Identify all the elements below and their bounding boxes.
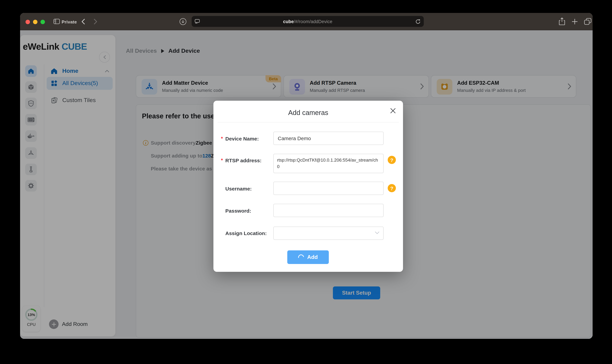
page-content: eWeLinkCUBE: [20, 30, 593, 339]
modal-title: Add cameras: [213, 109, 403, 117]
reload-icon[interactable]: [415, 19, 421, 25]
username-help-icon[interactable]: ?: [388, 184, 396, 192]
sidebar-toggle-icon[interactable]: [53, 19, 60, 24]
chevron-down-icon: [375, 231, 380, 234]
required-marker: *: [221, 157, 223, 163]
device-name-label: Device Name:: [225, 136, 259, 142]
modal-divider: [217, 122, 399, 122]
rtsp-address-field[interactable]: rtsp://rtsp:QcDntTKf@10.0.1.206:554/av_s…: [273, 154, 384, 173]
forward-button[interactable]: [93, 19, 97, 25]
tab-overview-icon[interactable]: [584, 18, 592, 25]
private-mode-label: Private: [62, 19, 77, 25]
url-host: cube: [283, 19, 294, 24]
back-button[interactable]: [81, 19, 85, 25]
close-icon[interactable]: [389, 107, 396, 114]
username-field[interactable]: [273, 182, 384, 195]
assign-location-label: Assign Location:: [225, 230, 267, 236]
close-window-button[interactable]: [26, 20, 30, 24]
url-path: /#/room/addDevice: [294, 19, 332, 24]
required-marker: *: [221, 135, 223, 141]
rtsp-help-icon[interactable]: ?: [388, 156, 396, 164]
url-bar[interactable]: cube/#/room/addDevice: [192, 16, 424, 27]
zoom-window-button[interactable]: [40, 20, 45, 24]
device-name-field[interactable]: [273, 132, 384, 145]
add-cameras-modal: Add cameras * Device Name: * RTSP addres…: [213, 101, 403, 272]
rtsp-address-label: RTSP address:: [225, 157, 262, 163]
password-field[interactable]: [273, 204, 384, 217]
new-tab-icon[interactable]: [572, 18, 578, 25]
screen: Private cube/#/room/addDevice: [0, 0, 612, 364]
share-icon[interactable]: [559, 17, 565, 26]
add-button-label: Add: [307, 254, 318, 260]
url-text: cube/#/room/addDevice: [192, 16, 424, 27]
password-label: Password:: [225, 208, 251, 214]
minimize-window-button[interactable]: [33, 20, 38, 24]
browser-toolbar: Private cube/#/room/addDevice: [20, 13, 593, 30]
loading-spinner-icon: [297, 253, 305, 261]
add-button[interactable]: Add: [287, 250, 329, 264]
downloads-icon[interactable]: [179, 18, 186, 25]
username-label: Username:: [225, 186, 252, 192]
assign-location-select[interactable]: [273, 227, 384, 240]
browser-window: Private cube/#/room/addDevice: [20, 13, 593, 339]
